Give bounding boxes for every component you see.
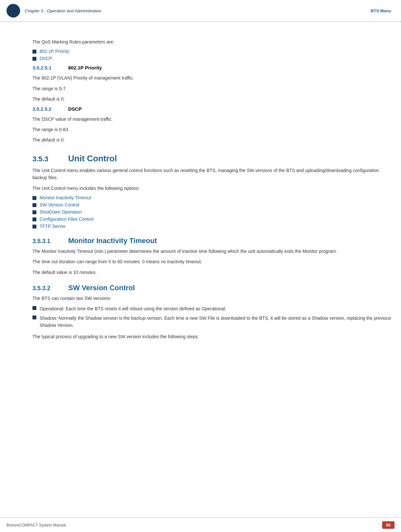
section-number-3-5-3-1: 3.5.3.1	[32, 238, 58, 245]
page-footer: BreezeCOMPACT System Manual 50	[0, 517, 401, 532]
footer-product: BreezeCOMPACT System Manual	[6, 523, 66, 527]
bullet-icon	[32, 50, 36, 54]
list-item: Configuration Files Control	[32, 217, 391, 222]
link-sw-version[interactable]: SW Version Control	[40, 202, 79, 207]
section-3-5-2-5-2-p1: The DSCP value of management traffic.	[32, 116, 391, 123]
bullet-operational: Operational: Each time the BTS resets it…	[40, 305, 226, 312]
header-divider	[0, 22, 401, 22]
list-item: Operational: Each time the BTS resets it…	[32, 305, 391, 312]
list-item: ShutDown Operation	[32, 209, 391, 215]
unit-control-link-list: Monitor Inactivity Timeout SW Version Co…	[32, 195, 391, 229]
list-item: Monitor Inactivity Timeout	[32, 195, 391, 200]
section-3-5-2-5-1-p2: The range is 0-7.	[32, 85, 391, 92]
page-header: Chapter 3 - Operation and Administration…	[0, 0, 401, 22]
section-title-3-5-3-2: SW Version Control	[68, 284, 135, 292]
section-3-5-2-5-1-header: 3.5.2.5.1 802.1P Priority	[32, 65, 391, 70]
section-3-5-3-container: 3.5.3 Unit Control	[32, 154, 391, 164]
section-title-3-5-2-5-2: DSCP	[68, 106, 82, 112]
bullet-icon	[32, 203, 36, 207]
chapter-title: Chapter 3 - Operation and Administration	[25, 8, 101, 13]
section-number-3-5-2-5-2: 3.5.2.5.2	[32, 106, 58, 112]
section-number-3-5-2-5-1: 3.5.2.5.1	[32, 65, 58, 70]
chapter-icon	[6, 4, 20, 18]
section-label: BTS Menu	[370, 8, 391, 13]
section-number-3-5-3-2: 3.5.3.2	[32, 285, 58, 292]
bullet-icon	[32, 196, 36, 200]
bullet-icon	[32, 315, 36, 319]
section-3-5-3-1-header: 3.5.3.1 Monitor Inactivity Timeout	[32, 237, 391, 245]
qos-link-list: 802.1P Priority DSCP	[32, 49, 391, 61]
list-item: SW Version Control	[32, 202, 391, 207]
qos-intro: The QoS Marking Rules parameters are:	[32, 38, 391, 45]
section-3-5-3-header: 3.5.3 Unit Control	[32, 154, 391, 164]
list-item: 802.1P Priority	[32, 49, 391, 54]
section-3-5-3-2-intro: The BTS can contain two SW versions:	[32, 295, 391, 302]
bullet-icon	[32, 217, 36, 221]
section-3-5-2-5-2-p3: The default is 0.	[32, 136, 391, 143]
list-item: Shadow: Normally the Shadow version is t…	[32, 315, 391, 329]
list-item: TFTP Server	[32, 224, 391, 229]
section-number-3-5-3: 3.5.3	[32, 155, 58, 163]
list-item: DSCP	[32, 56, 391, 61]
section-3-5-3-intro1: The Unit Control menu enables various ge…	[32, 167, 391, 181]
section-3-5-3-intro2: The Unit Control menu includes the follo…	[32, 185, 391, 192]
page-number: 50	[382, 521, 395, 529]
link-config-files[interactable]: Configuration Files Control	[40, 217, 94, 222]
section-3-5-2-5-2-header: 3.5.2.5.2 DSCP	[32, 106, 391, 112]
section-3-5-3-1-p3: The default value is 10 minutes.	[32, 269, 391, 276]
header-left: Chapter 3 - Operation and Administration	[6, 4, 101, 18]
bullet-icon	[32, 225, 36, 229]
bullet-icon	[32, 306, 36, 310]
section-3-5-3-2-outro: The typical process of upgrading to a ne…	[32, 333, 391, 340]
bullet-icon	[32, 210, 36, 214]
link-monitor-inactivity[interactable]: Monitor Inactivity Timeout	[40, 195, 91, 200]
link-tftp-server[interactable]: TFTP Server	[40, 224, 66, 229]
section-title-3-5-2-5-1: 802.1P Priority	[68, 65, 102, 70]
section-3-5-2-5-2-p2: The range is 0-63.	[32, 126, 391, 133]
section-3-5-2-5-1-p3: The default is 0.	[32, 95, 391, 103]
section-3-5-3-2-header: 3.5.3.2 SW Version Control	[32, 284, 391, 292]
section-3-5-2-5-1-p1: The 802.1P (VLAN) Priority of management…	[32, 74, 391, 81]
section-title-3-5-3-1: Monitor Inactivity Timeout	[68, 237, 157, 245]
link-802-priority[interactable]: 802.1P Priority	[40, 49, 69, 54]
section-3-5-3-1-p2: The time out duration can range from 0 t…	[32, 258, 391, 265]
section-title-3-5-3: Unit Control	[68, 154, 117, 164]
section-3-5-3-1-p1: The Monitor Inactivity Timeout (min.) pa…	[32, 248, 391, 255]
bullet-icon	[32, 57, 36, 61]
bullet-shadow: Shadow: Normally the Shadow version is t…	[40, 315, 391, 329]
link-dscp[interactable]: DSCP	[40, 56, 52, 61]
main-content: The QoS Marking Rules parameters are: 80…	[0, 29, 401, 353]
sw-version-bullet-list: Operational: Each time the BTS resets it…	[32, 305, 391, 329]
link-shutdown[interactable]: ShutDown Operation	[40, 209, 82, 215]
